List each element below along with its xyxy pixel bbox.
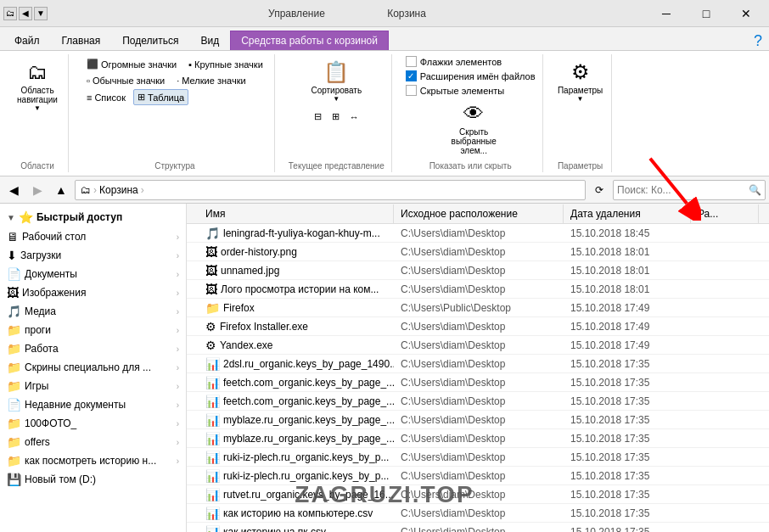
forward-button[interactable]: ▶ — [27, 180, 48, 200]
sort-button[interactable]: 📋 Сортировать ▼ — [312, 56, 360, 107]
file-name: leningrad-ft-yuliya-kogan-khuy-m... — [223, 227, 380, 239]
file-size-cell — [691, 456, 759, 459]
documents-icon: 📄 — [7, 267, 21, 281]
sidebar-item-games[interactable]: 📁 Игры › — [0, 377, 186, 395]
sidebar-item-work[interactable]: 📁 Работа › — [0, 339, 186, 358]
address-path[interactable]: 🗂 › Корзина › — [75, 180, 586, 200]
sidebar-item-progi[interactable]: 📁 проги › — [0, 321, 186, 339]
file-date-cell: 15.10.2018 17:35 — [564, 468, 691, 484]
large-icons-btn[interactable]: ▪ Крупные значки — [184, 57, 267, 72]
group-by-btn[interactable]: ⊟ — [310, 109, 326, 125]
quick-access-btn2[interactable]: ▼ — [34, 7, 48, 20]
sidebar-item-screens[interactable]: 📁 Скрины специально для ... › — [0, 358, 186, 377]
small-icons-btn[interactable]: · Мелкие значки — [172, 73, 250, 88]
table-row[interactable]: 📁 Firefox C:\Users\Public\Desktop 15.10.… — [187, 299, 769, 317]
col-header-size[interactable]: Ра... — [691, 204, 759, 223]
sidebar-label-recent: Недавние документы — [25, 399, 173, 411]
huge-icons-icon: ⬛ — [87, 59, 98, 70]
sidebar-item-documents[interactable]: 📄 Документы › — [0, 265, 186, 283]
sidebar-item-drive-d[interactable]: 💾 Новый том (D:) — [0, 470, 186, 489]
table-row[interactable]: 📊 ruki-iz-plech.ru_organic.keys_by_p... … — [187, 467, 769, 485]
sidebar-arrow-images: › — [177, 288, 179, 298]
table-row[interactable]: 🖼 Лого просмотра истории на ком... C:\Us… — [187, 280, 769, 299]
table-row[interactable]: 📊 как историю на компьютере.csv C:\Users… — [187, 504, 769, 523]
group-structure-label: Структура — [154, 161, 194, 171]
images-icon: 🖼 — [7, 286, 19, 300]
large-icons-icon: ▪ — [188, 59, 192, 70]
file-name: Лого просмотра истории на ком... — [221, 283, 379, 295]
tab-view[interactable]: Вид — [189, 31, 230, 50]
sidebar-item-downloads[interactable]: ⬇ Загрузки › — [0, 246, 186, 265]
sidebar-item-images[interactable]: 🖼 Изображения › — [0, 283, 186, 302]
search-input[interactable] — [617, 184, 745, 196]
extensions-checkbox[interactable]: ✓ Расширения имён файлов — [406, 70, 536, 81]
sidebar-item-history[interactable]: 📁 как посмотреть историю н... › — [0, 451, 186, 470]
sidebar-arrow-work: › — [177, 344, 179, 354]
table-row[interactable]: 📊 rutvet.ru_organic.keys_by_page_16... C… — [187, 485, 769, 504]
tab-recycle[interactable]: Средства работы с корзиной — [230, 31, 389, 50]
nav-pane-button[interactable]: 🗂 Область навигации ▼ — [14, 56, 61, 116]
tab-file[interactable]: Файл — [3, 31, 51, 50]
sidebar-item-offers[interactable]: 📁 offers › — [0, 433, 186, 451]
table-row[interactable]: 📊 myblaze.ru_organic.keys_by_page_... C:… — [187, 429, 769, 448]
file-name-cell: 📊 feetch.com_organic.keys_by_page_... — [199, 393, 394, 410]
table-btn[interactable]: ⊞ Таблица — [133, 89, 188, 105]
sidebar-label-documents: Документы — [25, 268, 173, 280]
table-row[interactable]: 🎵 leningrad-ft-yuliya-kogan-khuy-m... C:… — [187, 224, 769, 243]
table-row[interactable]: 🖼 order-history.png C:\Users\diam\Deskto… — [187, 243, 769, 261]
sidebar-item-100foto[interactable]: 📁 100ФОТО_ › — [0, 414, 186, 433]
file-location-cell: C:\Users\diam\Desktop — [394, 226, 564, 241]
quick-access-label: Быстрый доступ — [36, 211, 122, 223]
hidden-checkbox[interactable]: Скрытые элементы — [406, 85, 536, 96]
up-button[interactable]: ▲ — [51, 180, 71, 200]
table-row[interactable]: 📊 2dsl.ru_organic.keys_by_page_1490... C… — [187, 355, 769, 373]
tab-home[interactable]: Главная — [51, 31, 112, 50]
search-box[interactable]: 🔍 — [613, 180, 766, 200]
hide-icon: 👁 — [463, 102, 484, 126]
sidebar-arrow-desktop: › — [177, 232, 179, 242]
table-row[interactable]: 📊 ruki-iz-plech.ru_organic.keys_by_p... … — [187, 448, 769, 467]
col-header-location[interactable]: Исходное расположение — [394, 204, 564, 223]
refresh-button[interactable]: ⟳ — [589, 180, 609, 200]
table-row[interactable]: 📊 feetch.com_organic.keys_by_page_... C:… — [187, 373, 769, 392]
table-row[interactable]: 🖼 unnamed.jpg C:\Users\diam\Desktop 15.1… — [187, 261, 769, 280]
table-row[interactable]: ⚙ Firefox Installer.exe C:\Users\diam\De… — [187, 317, 769, 336]
sidebar-item-recent[interactable]: 📄 Недавние документы › — [0, 395, 186, 414]
flags-checkbox[interactable]: Флажки элементов — [406, 56, 536, 67]
file-date-cell: 15.10.2018 17:35 — [564, 450, 691, 465]
size-column-btn[interactable]: ↔ — [345, 109, 363, 125]
list-btn[interactable]: ≡ Список — [82, 90, 130, 105]
quick-access-header[interactable]: ▼ ⭐ Быстрый доступ — [0, 207, 186, 227]
sidebar-label-desktop: Рабочий стол — [22, 231, 173, 243]
maximize-button[interactable]: □ — [687, 0, 726, 27]
nav-pane-icon: 🗂 — [27, 60, 48, 84]
close-button[interactable]: ✕ — [727, 0, 766, 27]
system-icon[interactable]: 🗂 — [3, 7, 17, 20]
sidebar-item-media[interactable]: 🎵 Медиа › — [0, 302, 186, 321]
file-location-cell: C:\Users\diam\Desktop — [394, 338, 564, 353]
file-icon: 📊 — [205, 357, 220, 371]
file-name: ruki-iz-plech.ru_organic.keys_by_p... — [223, 451, 389, 463]
quick-access-btn[interactable]: ◀ — [19, 7, 32, 20]
table-row[interactable]: 📊 как историю на пк.csv C:\Users\diam\De… — [187, 523, 769, 532]
hide-selected-button[interactable]: 👁 Скрыть выбранные элем... — [450, 98, 497, 160]
table-row[interactable]: 📊 myblaze.ru_organic.keys_by_page_... C:… — [187, 411, 769, 429]
back-button[interactable]: ◀ — [3, 180, 24, 200]
normal-icons-btn[interactable]: ▫ Обычные значки — [82, 73, 169, 88]
tab-share[interactable]: Поделиться — [111, 31, 189, 50]
watermark: ZAGRUZI.TOP — [295, 481, 474, 508]
file-size-cell — [691, 474, 759, 478]
table-row[interactable]: 📊 feetch.com_organic.keys_by_page_... C:… — [187, 392, 769, 411]
huge-icons-btn[interactable]: ⬛ Огромные значки — [82, 56, 181, 72]
sidebar-item-desktop[interactable]: 🖥 Рабочий стол › — [0, 227, 186, 246]
help-icon[interactable]: ? — [754, 32, 762, 50]
col-header-name[interactable]: Имя — [199, 204, 394, 223]
table-row[interactable]: ⚙ Yandex.exe C:\Users\diam\Desktop 15.10… — [187, 336, 769, 355]
file-location-cell: C:\Users\Public\Desktop — [394, 300, 564, 316]
col-header-date[interactable]: Дата удаления — [564, 204, 691, 223]
options-button[interactable]: ⚙ Параметры ▼ — [557, 56, 604, 107]
path-segment-korzinya: Корзина — [99, 184, 138, 196]
add-column-btn[interactable]: ⊞ — [328, 109, 344, 125]
normal-icons-icon: ▫ — [87, 76, 90, 86]
minimize-button[interactable]: ─ — [647, 0, 686, 27]
